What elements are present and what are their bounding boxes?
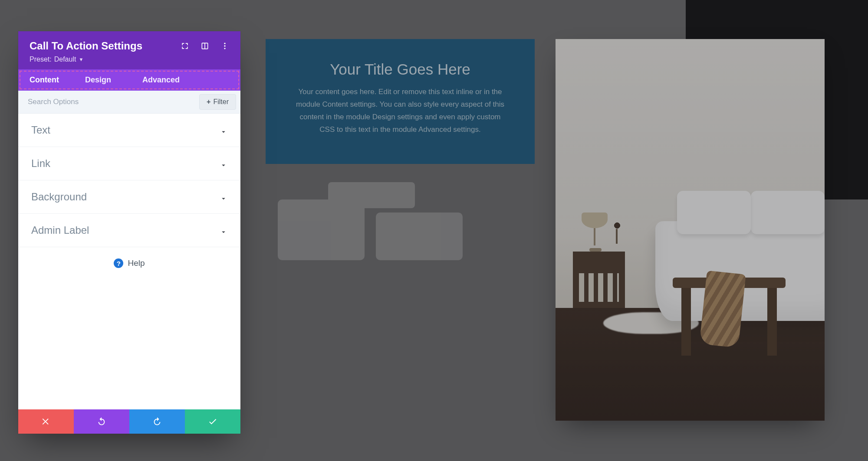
filter-label: Filter [213,98,229,106]
options-list: Text Link Background Admin Label ? Help [18,114,240,409]
check-icon [208,417,217,426]
preset-selector[interactable]: Preset: Default ▼ [30,56,229,63]
tab-advanced[interactable]: Advanced [124,69,193,91]
background-ghost-shapes [278,182,469,291]
svg-point-1 [224,45,225,46]
redo-icon [152,417,162,426]
search-row: + Filter [18,91,240,114]
caret-down-icon: ▼ [79,57,83,62]
undo-button[interactable] [74,409,129,434]
panel-title: Call To Action Settings [30,40,142,52]
help-icon: ? [114,258,123,268]
chevron-down-icon [220,193,227,201]
cancel-button[interactable] [18,409,74,434]
tab-design[interactable]: Design [72,69,124,91]
responsive-preview-icon[interactable] [201,42,209,50]
redo-button[interactable] [129,409,185,434]
cta-preview-module[interactable]: Your Title Goes Here Your content goes h… [266,39,535,164]
expand-icon[interactable] [181,42,189,50]
option-label: Background [31,191,87,203]
tab-content[interactable]: Content [18,69,72,91]
undo-icon [97,417,106,426]
chevron-down-icon [220,126,227,134]
search-input[interactable] [18,91,199,113]
option-admin-label[interactable]: Admin Label [18,214,240,247]
svg-point-0 [224,43,225,44]
page-builder-viewport: Your Title Goes Here Your content goes h… [0,0,868,461]
plus-icon: + [207,98,210,106]
option-background[interactable]: Background [18,180,240,214]
option-label: Admin Label [31,224,89,236]
settings-tabs: Content Design Advanced [18,69,240,91]
option-text[interactable]: Text [18,114,240,147]
preset-value: Default [54,56,76,63]
kebab-menu-icon[interactable] [220,42,229,50]
preset-label: Preset: [30,56,52,63]
close-icon [41,417,51,426]
module-settings-panel: Call To Action Settings Preset: Default [18,31,240,434]
svg-point-2 [224,48,225,49]
help-label: Help [128,258,145,268]
help-link[interactable]: ? Help [18,247,240,272]
save-button[interactable] [185,409,240,434]
option-label: Link [31,157,50,170]
chevron-down-icon [220,160,227,167]
option-link[interactable]: Link [18,147,240,180]
filter-button[interactable]: + Filter [199,94,236,110]
chevron-down-icon [220,226,227,234]
preview-image-card [556,39,825,421]
option-label: Text [31,124,50,136]
panel-header: Call To Action Settings Preset: Default [18,31,240,69]
panel-footer [18,409,240,434]
